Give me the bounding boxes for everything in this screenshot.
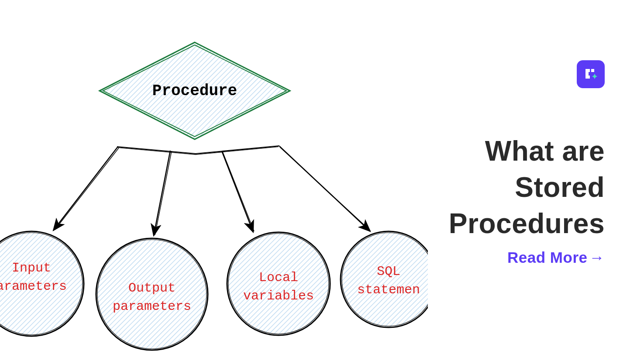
svg-text:variables: variables (243, 289, 314, 303)
svg-text:Local: Local (259, 270, 298, 285)
title-line-2: Stored Procedures (449, 172, 605, 239)
svg-text:arameters: arameters (0, 279, 67, 294)
diamond-label: Procedure (152, 82, 237, 100)
svg-text:Input: Input (12, 261, 51, 275)
svg-line-4 (55, 148, 119, 230)
text-area: What are Stored Procedures Read More→ (428, 0, 644, 361)
svg-line-8 (223, 152, 254, 231)
brand-logo (577, 60, 605, 88)
read-more-link[interactable]: Read More→ (507, 249, 605, 266)
node-output-parameters: Output parameters (96, 238, 208, 350)
svg-line-5 (154, 151, 170, 236)
node-local-variables: Local variables (227, 232, 330, 335)
read-more-label: Read More (507, 249, 587, 266)
svg-text:Output: Output (128, 281, 176, 296)
svg-line-7 (222, 151, 253, 232)
svg-text:parameters: parameters (113, 299, 191, 314)
arrow-right-icon: → (589, 249, 605, 266)
svg-rect-31 (591, 69, 594, 72)
node-sql-statements: SQL statemen (341, 231, 428, 327)
svg-rect-30 (585, 76, 590, 79)
svg-point-24 (341, 231, 428, 327)
svg-text:statemen: statemen (357, 282, 420, 297)
svg-line-3 (53, 147, 118, 230)
page-title: What are Stored Procedures (351, 133, 605, 242)
procedure-diamond: Procedure (100, 42, 290, 139)
svg-text:SQL: SQL (377, 264, 400, 279)
node-input-parameters: Input arameters (0, 231, 84, 336)
logo-icon (583, 66, 599, 82)
title-line-1: What are (485, 135, 605, 167)
arrows (53, 146, 370, 236)
svg-line-6 (155, 151, 172, 235)
